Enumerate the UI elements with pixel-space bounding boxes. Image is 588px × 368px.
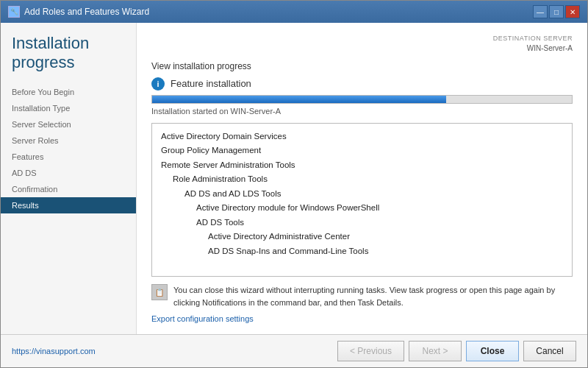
close-button[interactable]: Close (466, 341, 519, 361)
titlebar-left: 🔧 Add Roles and Features Wizard (8, 6, 149, 18)
app-icon: 🔧 (8, 6, 20, 18)
notice-icon: 📋 (151, 284, 168, 300)
list-item: AD DS and AD LDS Tools (161, 187, 563, 202)
page-title: Installation progress (1, 34, 136, 84)
window-close-button[interactable]: ✕ (565, 5, 580, 18)
view-progress-label: View installation progress (151, 61, 573, 71)
previous-button[interactable]: < Previous (337, 341, 404, 361)
list-item: Role Administration Tools (161, 172, 563, 187)
sidebar: Installation progress Before You Begin I… (1, 23, 137, 334)
wizard-window: 🔧 Add Roles and Features Wizard — □ ✕ In… (0, 0, 588, 368)
feature-list: Active Directory Domain Services Group P… (151, 123, 573, 277)
progress-bar-fill (152, 96, 446, 103)
bottom-bar: https://vinasupport.com < Previous Next … (1, 334, 587, 367)
list-item: Remote Server Administration Tools (161, 158, 563, 173)
install-started-text: Installation started on WIN-Server-A (151, 107, 573, 116)
next-button[interactable]: Next > (409, 341, 462, 361)
wizard-content: Installation progress Before You Begin I… (1, 23, 587, 334)
sidebar-item-features: Features (1, 149, 136, 165)
main-panel: DESTINATION SERVER WIN-Server-A View ins… (137, 23, 587, 334)
window-title: Add Roles and Features Wizard (24, 7, 149, 17)
cancel-button[interactable]: Cancel (523, 341, 576, 361)
sidebar-item-ad-ds: AD DS (1, 165, 136, 181)
export-link[interactable]: Export configuration settings (151, 314, 573, 323)
info-icon: i (151, 77, 165, 91)
feature-install-label: Feature installation (171, 78, 251, 89)
list-item: Group Policy Management (161, 144, 563, 158)
minimize-button[interactable]: — (533, 5, 548, 18)
maximize-button[interactable]: □ (549, 5, 564, 18)
titlebar-controls: — □ ✕ (533, 5, 580, 18)
list-item: Active Directory module for Windows Powe… (161, 201, 563, 216)
list-item: Active Directory Administrative Center (161, 230, 563, 244)
titlebar: 🔧 Add Roles and Features Wizard — □ ✕ (1, 1, 587, 23)
wizard-buttons: < Previous Next > Close Cancel (337, 341, 576, 361)
notice-area: 📋 You can close this wizard without inte… (151, 284, 573, 308)
sidebar-item-results[interactable]: Results (1, 197, 136, 213)
sidebar-item-server-roles: Server Roles (1, 132, 136, 149)
sidebar-item-installation-type: Installation Type (1, 100, 136, 116)
list-item: AD DS Snap-Ins and Command-Line Tools (161, 244, 563, 259)
destination-server-info: DESTINATION SERVER WIN-Server-A (151, 34, 573, 54)
progress-bar-container (151, 95, 573, 104)
sidebar-item-server-selection: Server Selection (1, 116, 136, 132)
notice-text: You can close this wizard without interr… (173, 284, 573, 308)
list-item: Active Directory Domain Services (161, 130, 563, 144)
sidebar-item-before-you-begin: Before You Begin (1, 84, 136, 100)
feature-install-row: i Feature installation (151, 77, 573, 91)
sidebar-item-confirmation: Confirmation (1, 181, 136, 197)
url-label: https://vinasupport.com (12, 347, 96, 355)
list-item: AD DS Tools (161, 216, 563, 230)
